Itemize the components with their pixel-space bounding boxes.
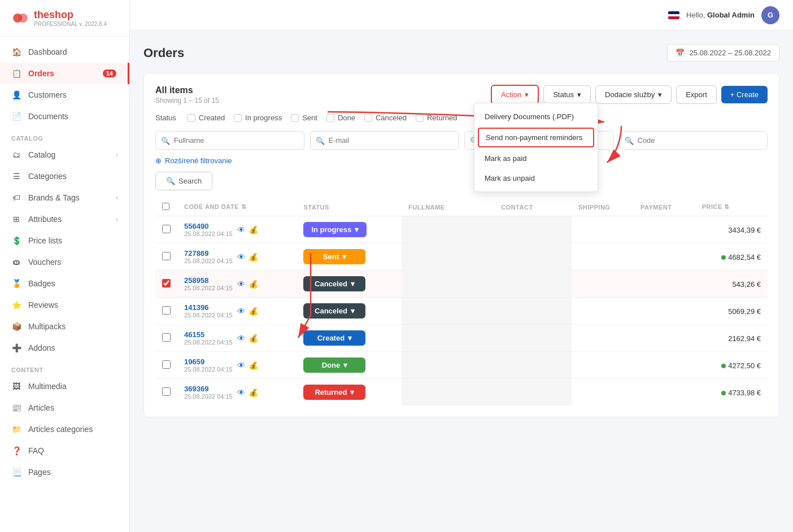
sidebar-item-articles-categories[interactable]: 📁 Articles categories xyxy=(0,418,129,440)
order-action-icons: 👁 💰 xyxy=(237,361,258,370)
sidebar-item-orders[interactable]: 📋 Orders 14 xyxy=(0,63,129,84)
chevron-down-icon-3: ▾ xyxy=(658,90,662,99)
order-code[interactable]: 258958 xyxy=(184,276,233,285)
view-icon[interactable]: 👁 xyxy=(237,307,245,316)
language-flag-icon[interactable] xyxy=(668,11,679,19)
sidebar-item-categories[interactable]: ☰ Categories xyxy=(0,165,129,187)
order-code[interactable]: 19659 xyxy=(184,357,233,366)
view-icon[interactable]: 👁 xyxy=(237,388,245,397)
payment-icon[interactable]: 💰 xyxy=(249,388,258,397)
order-code[interactable]: 556490 xyxy=(184,222,233,230)
filter-done-checkbox[interactable] xyxy=(326,114,334,122)
payment-icon[interactable]: 💰 xyxy=(249,225,258,234)
sidebar-item-multimedia[interactable]: 🖼 Multimedia xyxy=(0,376,129,397)
filter-done[interactable]: Done xyxy=(326,114,355,122)
order-code[interactable]: 369369 xyxy=(184,385,233,393)
view-icon[interactable]: 👁 xyxy=(237,225,245,234)
order-price-cell: 3434,39 € xyxy=(695,216,768,243)
payment-icon[interactable]: 💰 xyxy=(249,334,258,343)
table-row: 258958 25.08.2022 04:15 👁 💰 Canceled ▾54… xyxy=(155,271,768,298)
payment-icon[interactable]: 💰 xyxy=(249,361,258,370)
row-checkbox[interactable] xyxy=(162,279,171,287)
status-pill-sent[interactable]: Sent ▾ xyxy=(303,249,365,264)
fullname-search-input[interactable] xyxy=(155,131,304,150)
status-button[interactable]: Status ▾ xyxy=(543,85,591,104)
status-pill-canceled[interactable]: Canceled ▾ xyxy=(303,276,365,291)
order-payment-cell xyxy=(634,352,695,379)
table-row: 369369 25.08.2022 04:15 👁 💰 Returned ▾47… xyxy=(155,379,768,406)
order-code[interactable]: 727869 xyxy=(184,249,233,258)
row-checkbox[interactable] xyxy=(162,387,171,396)
sidebar-item-addons[interactable]: ➕ Addons xyxy=(0,337,129,359)
status-pill-inprogress[interactable]: In progress ▾ xyxy=(303,222,367,237)
filter-sent[interactable]: Sent xyxy=(291,114,317,122)
sidebar-item-dashboard[interactable]: 🏠 Dashboard xyxy=(0,41,129,63)
sidebar-item-pages[interactable]: 📃 Pages xyxy=(0,461,129,483)
filter-created[interactable]: Created xyxy=(188,114,225,122)
view-icon[interactable]: 👁 xyxy=(237,280,245,289)
dropdown-item-delivery-pdf[interactable]: Delivery Documents (.PDF) xyxy=(474,107,598,127)
row-checkbox[interactable] xyxy=(162,333,171,342)
status-pill-done[interactable]: Done ▾ xyxy=(303,357,365,373)
code-search-input[interactable] xyxy=(619,131,768,150)
th-shipping: SHIPPING xyxy=(572,198,634,216)
sidebar-item-vouchers[interactable]: 🎟 Vouchers xyxy=(0,251,129,273)
order-contact-cell xyxy=(494,379,572,406)
sidebar-item-pricelists[interactable]: 💲 Price lists xyxy=(0,230,129,251)
dropdown-item-mark-unpaid[interactable]: Mark as unpaid xyxy=(474,168,598,188)
row-checkbox[interactable] xyxy=(162,252,171,260)
export-button[interactable]: Export xyxy=(676,85,717,104)
filter-created-checkbox[interactable] xyxy=(188,114,195,122)
sidebar-item-faq[interactable]: ❓ FAQ xyxy=(0,440,129,461)
order-price: 4682,54 € xyxy=(728,253,761,261)
dropdown-item-send-reminders[interactable]: Send non-payment reminders xyxy=(478,128,594,147)
th-select-all xyxy=(155,198,177,216)
sidebar-item-documents[interactable]: 📄 Documents xyxy=(0,106,129,127)
chevron-down-icon-status: ▾ xyxy=(350,388,354,396)
view-icon[interactable]: 👁 xyxy=(237,361,245,370)
action-button[interactable]: Action ▾ xyxy=(491,85,539,104)
filter-inprogress[interactable]: In progress xyxy=(234,114,282,122)
advanced-filter-toggle[interactable]: ⊕ Rozšírené filtrovanie xyxy=(155,156,768,165)
calendar-icon: 📅 xyxy=(676,49,685,57)
create-button[interactable]: + Create xyxy=(721,86,768,103)
filter-canceled[interactable]: Canceled xyxy=(364,114,407,122)
status-pill-created[interactable]: Created ▾ xyxy=(303,330,365,346)
sidebar-item-catalog[interactable]: 🗂 Catalog › xyxy=(0,144,129,165)
email-search-input[interactable] xyxy=(310,131,459,150)
view-icon[interactable]: 👁 xyxy=(237,252,245,261)
sidebar-item-reviews[interactable]: ⭐ Reviews xyxy=(0,294,129,316)
status-pill-returned[interactable]: Returned ▾ xyxy=(303,385,365,400)
sidebar-item-multipacks[interactable]: 📦 Multipacks xyxy=(0,316,129,337)
row-checkbox[interactable] xyxy=(162,306,171,315)
order-code[interactable]: 46155 xyxy=(184,330,233,339)
payment-icon[interactable]: 💰 xyxy=(249,280,258,289)
view-icon[interactable]: 👁 xyxy=(237,334,245,343)
dodacie-button[interactable]: Dodacie služby ▾ xyxy=(595,85,672,104)
filter-returned-checkbox[interactable] xyxy=(416,114,424,122)
filter-returned[interactable]: Returned xyxy=(416,114,457,122)
pages-icon: 📃 xyxy=(11,467,21,477)
payment-icon[interactable]: 💰 xyxy=(249,307,258,316)
row-checkbox[interactable] xyxy=(162,360,171,369)
fullname-search-wrap: 🔍 xyxy=(155,131,304,150)
sidebar-item-brands[interactable]: 🏷 Brands & Tags › xyxy=(0,187,129,208)
filter-sent-checkbox[interactable] xyxy=(291,114,299,122)
date-range-picker[interactable]: 📅 25.08.2022 – 25.08.2022 xyxy=(667,44,779,62)
filter-inprogress-checkbox[interactable] xyxy=(234,114,242,122)
filter-canceled-checkbox[interactable] xyxy=(364,114,372,122)
articles-cat-icon: 📁 xyxy=(11,424,21,434)
payment-icon[interactable]: 💰 xyxy=(249,252,258,261)
status-pill-canceled[interactable]: Canceled ▾ xyxy=(303,303,365,319)
select-all-checkbox[interactable] xyxy=(162,203,169,210)
sidebar-item-customers[interactable]: 👤 Customers xyxy=(0,84,129,106)
sidebar-item-attributes[interactable]: ⊞ Attributes › xyxy=(0,208,129,230)
sidebar-item-articles[interactable]: 📰 Articles xyxy=(0,397,129,418)
dropdown-item-mark-paid[interactable]: Mark as paid xyxy=(474,149,598,168)
row-checkbox[interactable] xyxy=(162,225,171,233)
user-avatar[interactable]: G xyxy=(761,6,779,24)
search-button[interactable]: 🔍 Search xyxy=(155,172,212,190)
order-code-cell: 46155 25.08.2022 04:15 👁 💰 xyxy=(177,325,297,352)
order-code[interactable]: 141396 xyxy=(184,303,233,312)
sidebar-item-badges[interactable]: 🏅 Badges xyxy=(0,273,129,294)
